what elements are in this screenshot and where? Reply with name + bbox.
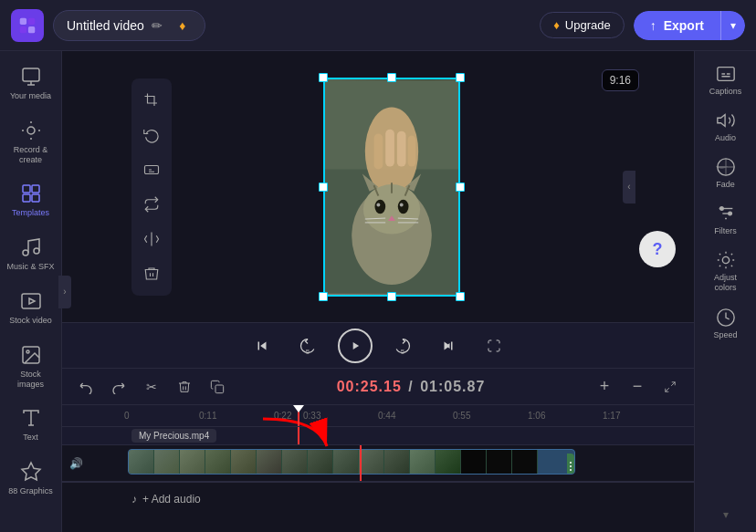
duplicate-button[interactable] bbox=[205, 374, 230, 400]
ruler-mark-5: 0:55 bbox=[453, 411, 470, 421]
right-item-fade[interactable]: Fade bbox=[698, 151, 753, 194]
time-separator: / bbox=[408, 379, 418, 394]
project-title-button[interactable]: Untitled video ✏ ♦ bbox=[53, 10, 205, 41]
export-icon: ↑ bbox=[650, 18, 656, 33]
track-end-handle[interactable] bbox=[567, 454, 574, 475]
selection-handle-bl[interactable] bbox=[319, 292, 328, 301]
right-item-adjust-colors[interactable]: Adjustcolors bbox=[698, 245, 753, 298]
selection-handle-br[interactable] bbox=[456, 292, 465, 301]
edit-icon: ✏ bbox=[152, 18, 163, 33]
export-dropdown-button[interactable]: ▾ bbox=[720, 11, 745, 40]
rewind-5s-button[interactable]: 5 bbox=[292, 330, 323, 361]
app-logo bbox=[11, 9, 44, 42]
timeline-toolbar: ✂ 00:25.15 / 01:05.87 + bbox=[62, 369, 694, 405]
track-audio-icon: 🔊 bbox=[69, 457, 83, 470]
sidebar-label-stock-images: Stockimages bbox=[17, 370, 44, 390]
selection-handle-tm[interactable] bbox=[387, 73, 396, 82]
upgrade-button[interactable]: ♦ Upgrade bbox=[540, 12, 625, 38]
svg-point-14 bbox=[26, 350, 29, 353]
video-track-bar[interactable] bbox=[128, 449, 575, 475]
sidebar-item-record-create[interactable]: Record &create bbox=[4, 112, 58, 172]
selection-handle-ml[interactable] bbox=[319, 183, 328, 192]
sidebar-label-music-sfx: Music & SFX bbox=[7, 262, 55, 272]
right-sidebar-collapse[interactable]: ‹ bbox=[623, 171, 635, 203]
right-label-speed: Speed bbox=[713, 330, 737, 339]
help-button[interactable]: ? bbox=[639, 231, 676, 267]
sidebar-item-text[interactable]: Text bbox=[4, 400, 58, 450]
sidebar-label-graphics: 88 Graphics bbox=[8, 486, 53, 496]
svg-point-48 bbox=[728, 212, 731, 215]
crop-tool-button[interactable] bbox=[137, 86, 166, 115]
video-preview[interactable] bbox=[323, 78, 460, 297]
right-item-captions[interactable]: Captions bbox=[698, 58, 753, 101]
ruler-mark-4: 0:44 bbox=[378, 411, 395, 421]
svg-rect-9 bbox=[32, 194, 39, 202]
rotate-tool-button[interactable] bbox=[137, 120, 166, 150]
right-sidebar-chevron[interactable]: ▾ bbox=[723, 508, 729, 521]
svg-point-27 bbox=[375, 199, 386, 214]
top-bar: Untitled video ✏ ♦ ♦ Upgrade ↑ Export ▾ bbox=[0, 0, 756, 51]
sidebar-item-music-sfx[interactable]: Music & SFX bbox=[4, 229, 58, 279]
fullscreen-canvas-button[interactable] bbox=[478, 330, 509, 361]
ruler-mark-2: 0:22 bbox=[274, 411, 291, 421]
svg-point-49 bbox=[722, 256, 729, 263]
add-audio-button[interactable]: ♪ + Add audio bbox=[62, 482, 694, 515]
sidebar-item-stock-images[interactable]: Stockimages bbox=[4, 337, 58, 397]
sidebar-item-your-media[interactable]: Your media bbox=[4, 58, 58, 109]
svg-rect-22 bbox=[408, 135, 416, 166]
zoom-in-button[interactable]: + bbox=[592, 374, 617, 400]
delete-button[interactable] bbox=[172, 374, 197, 400]
forward-5s-button[interactable]: 5 bbox=[387, 330, 418, 361]
time-total: 01:05.87 bbox=[420, 379, 485, 394]
loop-tool-button[interactable] bbox=[137, 190, 166, 219]
left-tools-panel bbox=[131, 78, 172, 296]
caption-tool-button[interactable] bbox=[137, 155, 166, 184]
svg-rect-19 bbox=[374, 133, 383, 169]
ruler-playhead bbox=[298, 405, 299, 426]
export-label: Export bbox=[664, 18, 704, 33]
delete-tool-button[interactable] bbox=[137, 259, 166, 288]
zoom-out-button[interactable]: − bbox=[625, 374, 650, 400]
left-sidebar: Your media Record &create Templates bbox=[0, 51, 62, 532]
skip-to-end-button[interactable] bbox=[433, 330, 464, 361]
sidebar-item-templates[interactable]: Templates bbox=[4, 175, 58, 225]
play-button[interactable] bbox=[338, 329, 373, 363]
ruler-mark-7: 1:17 bbox=[603, 411, 620, 421]
flip-tool-button[interactable] bbox=[137, 224, 166, 254]
sidebar-label-stock-video: Stock video bbox=[9, 316, 52, 326]
selection-handle-mr[interactable] bbox=[456, 183, 465, 192]
timeline-fullscreen-button[interactable] bbox=[657, 374, 683, 400]
undo-button[interactable] bbox=[73, 374, 99, 400]
main-content: Your media Record &create Templates bbox=[0, 51, 756, 532]
cut-button[interactable]: ✂ bbox=[139, 374, 164, 400]
sidebar-label-text: Text bbox=[23, 433, 38, 443]
export-chevron-icon: ▾ bbox=[730, 19, 736, 32]
skip-to-start-button[interactable] bbox=[247, 330, 278, 361]
selection-handle-bm[interactable] bbox=[387, 292, 396, 301]
svg-rect-3 bbox=[28, 26, 35, 32]
ruler-mark-0: 0 bbox=[124, 411, 130, 421]
left-sidebar-collapse[interactable]: › bbox=[58, 276, 71, 308]
export-button[interactable]: ↑ Export bbox=[634, 11, 720, 40]
ruler-mark-3: 0:33 bbox=[303, 411, 320, 421]
right-item-filters[interactable]: Filters bbox=[698, 198, 753, 241]
redo-button[interactable] bbox=[106, 374, 131, 400]
playhead-triangle bbox=[293, 405, 304, 412]
sidebar-item-graphics[interactable]: 88 Graphics bbox=[4, 454, 58, 504]
right-item-audio[interactable]: Audio bbox=[698, 105, 753, 148]
svg-rect-20 bbox=[385, 129, 394, 166]
timeline-ruler: 0 0:11 0:22 0:33 0:44 0:55 1:06 1:17 bbox=[62, 405, 694, 427]
svg-rect-7 bbox=[32, 185, 39, 193]
video-track-content[interactable] bbox=[124, 445, 694, 481]
svg-rect-8 bbox=[23, 194, 30, 202]
selection-handle-tr[interactable] bbox=[456, 73, 465, 82]
track-file-label-row: My Precious.mp4 bbox=[62, 427, 694, 445]
timeline-zoom-controls: + − bbox=[592, 374, 683, 400]
timeline-area: ✂ 00:25.15 / 01:05.87 + bbox=[62, 368, 694, 532]
svg-rect-4 bbox=[23, 68, 39, 81]
sidebar-item-stock-video[interactable]: Stock video bbox=[4, 283, 58, 333]
center-area: 9:16 ? ‹ 5 bbox=[62, 51, 694, 532]
selection-handle-tl[interactable] bbox=[319, 73, 328, 82]
right-item-speed[interactable]: Speed bbox=[698, 302, 753, 345]
playback-controls: 5 5 bbox=[62, 322, 694, 368]
